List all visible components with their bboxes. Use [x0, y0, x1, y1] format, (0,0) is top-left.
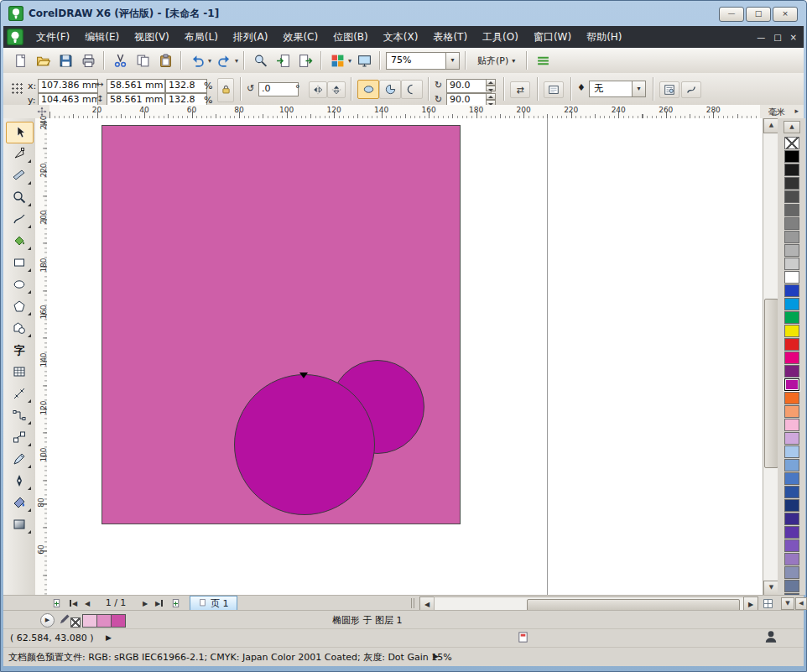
toolbar-undo-flyout-arrow-icon[interactable]: ▾	[208, 57, 211, 65]
add-page-button-2[interactable]	[169, 596, 182, 610]
wrap-text-button[interactable]	[659, 81, 679, 98]
object-position-grid-icon[interactable]	[11, 82, 24, 96]
toolbar-print-button[interactable]	[78, 50, 98, 70]
user-account-icon[interactable]	[763, 629, 778, 648]
toolbar-copy-button[interactable]	[133, 50, 153, 70]
vertical-scroll-thumb[interactable]	[764, 299, 778, 468]
zoom-dropdown-arrow-icon[interactable]: ▾	[445, 53, 459, 69]
palette-swatch[interactable]	[784, 445, 799, 458]
palette-swatch[interactable]	[784, 580, 799, 592]
mdi-restore-button[interactable]: □	[773, 33, 781, 42]
drawing-canvas[interactable]	[47, 118, 763, 595]
menu-file[interactable]: 文件(F)	[29, 31, 77, 43]
zoom-tool[interactable]	[6, 187, 32, 207]
first-page-button[interactable]: ◀	[66, 596, 80, 610]
start-angle-spinner[interactable]	[486, 79, 496, 91]
outline-dropdown-arrow-icon[interactable]: ▾	[632, 81, 645, 96]
toolbar-new-document-button[interactable]	[10, 50, 30, 70]
start-angle-field[interactable]: 90.0	[446, 79, 492, 93]
freehand-tool[interactable]	[6, 209, 32, 229]
menu-arrange[interactable]: 排列(A)	[226, 31, 276, 43]
menu-bitmaps[interactable]: 位图(B)	[325, 31, 376, 43]
toolbar-welcome-screen-button[interactable]	[354, 50, 374, 70]
connector-tool[interactable]	[6, 405, 32, 425]
palette-flyout-button[interactable]: ◀	[795, 597, 807, 610]
no-color-swatch[interactable]	[784, 137, 799, 149]
polygon-tool[interactable]	[6, 296, 32, 316]
blend-tool[interactable]	[6, 427, 32, 447]
palette-swatch[interactable]	[784, 459, 799, 471]
fill-swatch[interactable]	[111, 614, 126, 628]
palette-swatch[interactable]	[784, 432, 799, 445]
palette-swatch[interactable]	[784, 419, 799, 431]
object-properties-button[interactable]	[681, 81, 701, 98]
toolbar-open-button[interactable]	[33, 50, 53, 70]
palette-swatch[interactable]	[784, 392, 799, 404]
mirror-horizontal-button[interactable]	[309, 81, 327, 98]
dimension-tool[interactable]	[6, 383, 32, 404]
palette-swatch[interactable]	[784, 566, 799, 579]
scrollbar-splitter-handle[interactable]	[411, 598, 415, 608]
basic-shapes-tool[interactable]	[6, 318, 32, 338]
palette-swatch[interactable]	[784, 472, 799, 485]
palette-swatch[interactable]	[784, 325, 799, 337]
palette-swatch[interactable]	[784, 499, 799, 512]
snap-to-dropdown[interactable]: 贴齐(P)▾	[471, 52, 521, 69]
menu-help[interactable]: 帮助(H)	[579, 31, 629, 43]
palette-swatch[interactable]	[784, 190, 799, 203]
palette-swatch[interactable]	[784, 486, 799, 498]
outline-width-dropdown[interactable]: 无 ▾	[589, 81, 646, 97]
toolbar-application-launcher-button[interactable]	[327, 50, 347, 70]
palette-swatch[interactable]	[784, 284, 799, 297]
ellipse-node-marker[interactable]	[299, 372, 308, 378]
palette-swatch[interactable]	[784, 365, 799, 378]
palette-swatch[interactable]	[784, 258, 799, 270]
menu-view[interactable]: 视图(V)	[127, 31, 177, 43]
rectangle-tool[interactable]	[6, 253, 32, 273]
toolbar-options-button[interactable]	[533, 50, 553, 70]
palette-swatch[interactable]	[784, 539, 799, 552]
fill-swatch[interactable]	[96, 614, 112, 628]
palette-swatch[interactable]	[784, 513, 799, 525]
add-page-button[interactable]	[49, 596, 63, 610]
rotation-angle-field[interactable]: .0	[258, 82, 299, 96]
selected-ellipse-object[interactable]	[234, 374, 375, 515]
toolbar-redo-button[interactable]	[214, 50, 234, 70]
document-info-icon[interactable]	[517, 631, 529, 647]
toolbar-redo-flyout-arrow-icon[interactable]: ▾	[235, 57, 238, 65]
palette-swatch[interactable]	[784, 311, 799, 324]
scale-x-field[interactable]: 132.8	[165, 79, 207, 93]
previous-page-button[interactable]: ◀	[81, 596, 94, 610]
shape-tool[interactable]	[6, 143, 32, 164]
mdi-minimize-button[interactable]: —	[757, 33, 765, 42]
palette-swatch[interactable]	[784, 526, 799, 539]
menu-effects[interactable]: 效果(C)	[275, 31, 325, 43]
document-navigator-button[interactable]	[761, 596, 774, 610]
palette-swatch[interactable]	[784, 164, 799, 176]
convert-to-curves-button[interactable]	[544, 81, 564, 98]
toolbar-undo-button[interactable]	[187, 50, 207, 70]
palette-swatch[interactable]	[784, 352, 799, 364]
palette-swatch[interactable]	[784, 204, 799, 216]
palette-swatch[interactable]	[784, 150, 799, 163]
lock-ratio-button[interactable]	[217, 78, 234, 102]
palette-swatch[interactable]	[784, 553, 799, 565]
toolbar-cut-button[interactable]	[110, 50, 130, 70]
palette-scroll-down-button[interactable]: ▼	[781, 597, 794, 610]
table-tool[interactable]	[6, 362, 32, 382]
palette-swatch[interactable]	[784, 405, 799, 418]
ellipse-mode-button[interactable]	[357, 80, 379, 99]
ruler-options-button[interactable]: ▸	[794, 107, 799, 115]
fill-tool[interactable]	[6, 492, 32, 513]
restore-button[interactable]: □	[746, 7, 771, 22]
close-button[interactable]: ×	[773, 7, 798, 22]
palette-swatch[interactable]	[784, 177, 799, 190]
mdi-close-button[interactable]: ×	[790, 33, 797, 42]
palette-swatch[interactable]	[784, 244, 799, 257]
menu-window[interactable]: 窗口(W)	[526, 31, 579, 43]
minimize-button[interactable]: —	[719, 7, 744, 22]
end-angle-spinner[interactable]	[486, 93, 496, 106]
vertical-scrollbar[interactable]: ▲ ▼	[763, 118, 778, 595]
vertical-ruler[interactable]: 2402202001801601401201008060	[35, 118, 48, 595]
toolbar-application-launcher-flyout-arrow-icon[interactable]: ▾	[348, 57, 351, 65]
